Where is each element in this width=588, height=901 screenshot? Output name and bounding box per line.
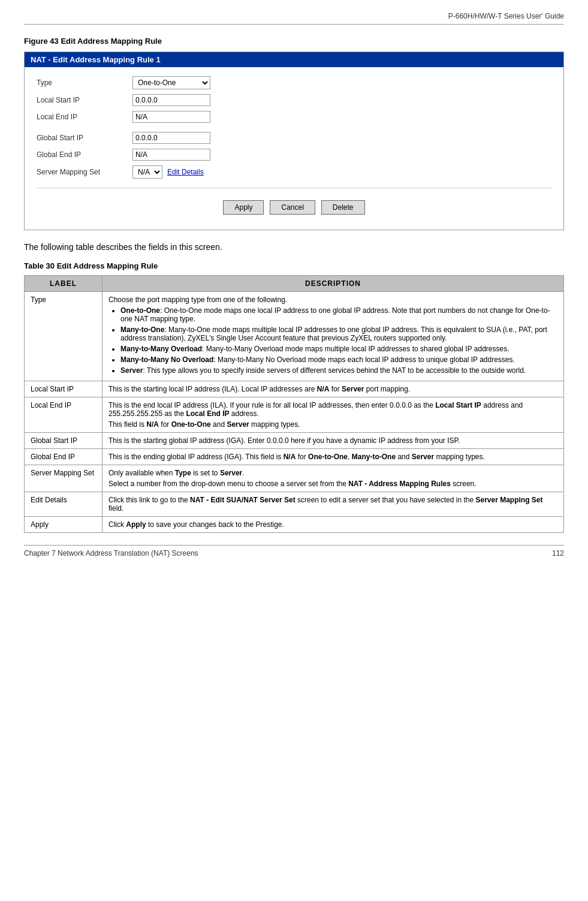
row-description: Click Apply to save your changes back to… — [102, 517, 564, 533]
row-bullet-list: One-to-One: One-to-One mode maps one loc… — [120, 306, 557, 375]
row-description: This is the end local IP address (ILA). … — [102, 397, 564, 433]
row-description: Choose the port mapping type from one of… — [102, 292, 564, 381]
type-select[interactable]: One-to-One Many-to-One Many-to-Many Over… — [132, 76, 210, 89]
local-start-ip-label: Local Start IP — [37, 96, 132, 104]
page-header: P-660H/HW/W-T Series User' Guide — [24, 12, 564, 25]
local-end-ip-input[interactable] — [132, 111, 210, 123]
table-row: Local Start IPThis is the starting local… — [25, 381, 564, 397]
row-label: Server Mapping Set — [25, 465, 102, 492]
page-footer: Chapter 7 Network Address Translation (N… — [24, 545, 564, 558]
type-select-wrapper: One-to-One Many-to-One Many-to-Many Over… — [132, 76, 210, 89]
list-item: Many-to-Many Overload: Many-to-Many Over… — [120, 345, 557, 353]
table-row: TypeChoose the port mapping type from on… — [25, 292, 564, 381]
list-item: Many-to-Many No Overload: Many-to-Many N… — [120, 355, 557, 364]
row-description: Click this link to go to the NAT - Edit … — [102, 492, 564, 517]
global-start-ip-row: Global Start IP — [37, 132, 551, 144]
row-description: This is the starting global IP address (… — [102, 433, 564, 449]
table-row: Local End IPThis is the end local IP add… — [25, 397, 564, 433]
local-start-ip-input[interactable] — [132, 94, 210, 106]
table-row: Global Start IPThis is the starting glob… — [25, 433, 564, 449]
form-section-global: Global Start IP Global End IP Server Map… — [37, 132, 551, 179]
local-end-ip-label: Local End IP — [37, 113, 132, 121]
global-end-ip-row: Global End IP — [37, 149, 551, 161]
apply-button[interactable]: Apply — [223, 200, 264, 215]
row-intro: Choose the port mapping type from one of… — [108, 296, 287, 304]
list-item: One-to-One: One-to-One mode maps one loc… — [120, 306, 557, 323]
table-row: Server Mapping SetOnly available when Ty… — [25, 465, 564, 492]
row-label: Local Start IP — [25, 381, 102, 397]
row-label: Apply — [25, 517, 102, 533]
footer-left: Chapter 7 Network Address Translation (N… — [24, 549, 198, 558]
form-divider — [37, 188, 551, 188]
local-end-ip-row: Local End IP — [37, 111, 551, 123]
row-label: Local End IP — [25, 397, 102, 433]
table-row: Global End IPThis is the ending global I… — [25, 449, 564, 465]
form-section-top: Type One-to-One Many-to-One Many-to-Many… — [37, 76, 551, 123]
list-item: Many-to-One: Many-to-One mode maps multi… — [120, 326, 557, 342]
row-label: Global End IP — [25, 449, 102, 465]
type-row: Type One-to-One Many-to-One Many-to-Many… — [37, 76, 551, 89]
global-start-ip-input[interactable] — [132, 132, 210, 144]
page-header-title: P-660H/HW/W-T Series User' Guide — [448, 12, 564, 20]
nat-header: NAT - Edit Address Mapping Rule 1 — [25, 52, 563, 67]
server-mapping-set-label: Server Mapping Set — [37, 168, 132, 176]
local-start-ip-row: Local Start IP — [37, 94, 551, 106]
table-title: Table 30 Edit Address Mapping Rule — [24, 261, 564, 270]
row-description: Only available when Type is set to Serve… — [102, 465, 564, 492]
col-header-label: LABEL — [25, 276, 102, 292]
description-table: LABEL DESCRIPTION TypeChoose the port ma… — [24, 275, 564, 533]
col-header-description: DESCRIPTION — [102, 276, 564, 292]
table-row: ApplyClick Apply to save your changes ba… — [25, 517, 564, 533]
type-label: Type — [37, 79, 132, 87]
row-label: Edit Details — [25, 492, 102, 517]
global-end-ip-label: Global End IP — [37, 150, 132, 159]
row-description: This is the ending global IP address (IG… — [102, 449, 564, 465]
row-description: This is the starting local IP address (I… — [102, 381, 564, 397]
section-intro: The following table describes the fields… — [24, 242, 564, 252]
row-label: Type — [25, 292, 102, 381]
nat-form: Type One-to-One Many-to-One Many-to-Many… — [25, 67, 563, 230]
footer-right: 112 — [552, 549, 564, 558]
global-start-ip-label: Global Start IP — [37, 134, 132, 142]
server-mapping-set-row: Server Mapping Set N/A Edit Details — [37, 165, 551, 179]
list-item: Server: This type allows you to specify … — [120, 366, 557, 375]
figure-box: NAT - Edit Address Mapping Rule 1 Type O… — [24, 52, 564, 230]
figure-title: Figure 43 Edit Address Mapping Rule — [24, 37, 564, 46]
button-row: Apply Cancel Delete — [37, 194, 551, 221]
edit-details-link[interactable]: Edit Details — [167, 168, 204, 176]
server-mapping-set-select[interactable]: N/A — [132, 165, 162, 179]
row-label: Global Start IP — [25, 433, 102, 449]
table-row: Edit DetailsClick this link to go to the… — [25, 492, 564, 517]
cancel-button[interactable]: Cancel — [270, 200, 315, 215]
global-end-ip-input[interactable] — [132, 149, 210, 161]
delete-button[interactable]: Delete — [321, 200, 365, 215]
